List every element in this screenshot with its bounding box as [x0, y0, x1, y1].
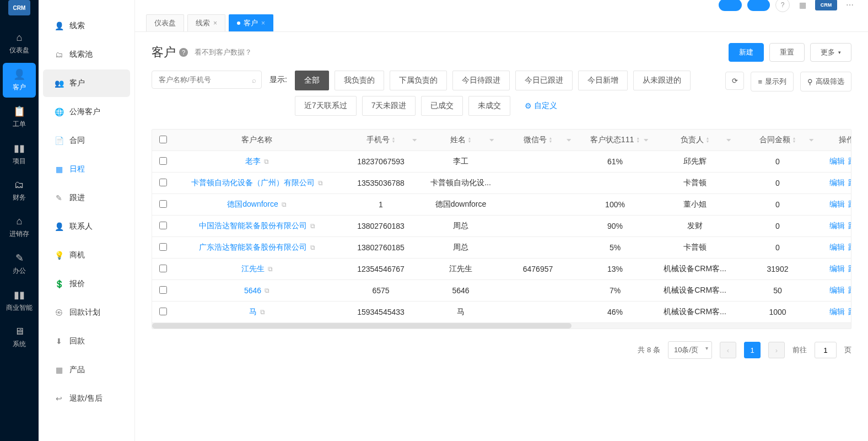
sub-nav-opportunity[interactable]: 💡商机: [43, 241, 130, 269]
copy-icon[interactable]: ⧉: [310, 244, 315, 251]
follow-link[interactable]: 跟进: [848, 221, 851, 230]
sub-nav-pool[interactable]: 🗂线索池: [43, 41, 130, 68]
col-header-3[interactable]: 姓名▲▼⏷: [422, 130, 499, 151]
filter-icon[interactable]: ⏷: [412, 137, 418, 143]
more-button[interactable]: 更多▾: [810, 43, 851, 62]
reset-button[interactable]: 重置: [769, 43, 805, 62]
sub-nav-product[interactable]: ▦产品: [43, 356, 130, 384]
filter-chip-0[interactable]: 全部: [295, 71, 329, 90]
filter-chip-2[interactable]: 下属负责的: [390, 71, 447, 90]
filter-chip-3[interactable]: 今日待跟进: [452, 71, 510, 90]
filter-icon[interactable]: ⏷: [489, 137, 495, 143]
page-subtitle-link[interactable]: 看不到客户数据？: [195, 47, 252, 57]
follow-link[interactable]: 跟进: [848, 243, 851, 251]
close-icon[interactable]: ×: [261, 19, 265, 27]
follow-link[interactable]: 跟进: [848, 200, 851, 208]
sub-nav-calendar[interactable]: ▦日程: [43, 155, 130, 183]
main-nav-1[interactable]: 👤客户: [3, 63, 36, 98]
main-nav-5[interactable]: ⌂进销存: [3, 210, 36, 244]
sub-nav-lead[interactable]: 👤线索: [43, 12, 130, 40]
row-checkbox[interactable]: [159, 308, 167, 315]
col-header-2[interactable]: 手机号▲▼⏷: [339, 130, 422, 151]
sub-nav-refund[interactable]: ↩退款/售后: [43, 385, 130, 412]
sort-icon[interactable]: ▲▼: [468, 137, 472, 143]
row-checkbox[interactable]: [159, 157, 167, 165]
sub-nav-contract[interactable]: 📄合同: [43, 127, 130, 154]
follow-link[interactable]: 跟进: [848, 178, 851, 187]
col-header-0[interactable]: [152, 130, 174, 151]
edit-link[interactable]: 编辑: [829, 200, 845, 208]
copy-icon[interactable]: ⧉: [265, 287, 269, 294]
copy-icon[interactable]: ⧉: [310, 222, 315, 230]
customer-name-cell[interactable]: 5646 ⧉: [174, 280, 339, 302]
next-page-button[interactable]: ›: [768, 342, 785, 358]
customer-name-cell[interactable]: 卡普顿自动化设备（广州）有限公司 ⧉: [174, 173, 339, 194]
main-nav-8[interactable]: 🖥系统: [3, 320, 36, 354]
main-nav-7[interactable]: ▮▮商业智能: [3, 283, 36, 318]
horizontal-scrollbar[interactable]: [152, 323, 851, 329]
sub-nav-payplan[interactable]: ㉿回款计划: [43, 299, 130, 326]
main-nav-3[interactable]: ▮▮项目: [3, 137, 36, 171]
show-columns-button[interactable]: ≡ 显示列: [751, 72, 794, 92]
copy-icon[interactable]: ⧉: [268, 265, 273, 273]
filter-icon[interactable]: ⏷: [643, 137, 649, 143]
sort-icon[interactable]: ▲▼: [706, 137, 710, 143]
row-checkbox[interactable]: [159, 243, 167, 251]
copy-icon[interactable]: ⧉: [260, 308, 265, 316]
sort-icon[interactable]: ▲▼: [792, 137, 796, 143]
sub-nav-payment[interactable]: ⬇回款: [43, 327, 130, 355]
row-checkbox[interactable]: [159, 286, 167, 294]
goto-page-input[interactable]: [815, 342, 837, 358]
follow-link[interactable]: 跟进: [848, 307, 851, 316]
copy-icon[interactable]: ⧉: [264, 158, 269, 165]
copy-icon[interactable]: ⧉: [318, 179, 323, 187]
tab-2[interactable]: 客户×: [229, 14, 273, 31]
filter-chip-10[interactable]: 未成交: [468, 96, 510, 116]
advanced-filter-button[interactable]: ⚲ 高级筛选: [800, 72, 851, 92]
edit-link[interactable]: 编辑: [829, 157, 845, 165]
sort-icon[interactable]: ▲▼: [549, 137, 553, 143]
filter-chip-4[interactable]: 今日已跟进: [515, 71, 573, 90]
sub-nav-public[interactable]: 🌐公海客户: [43, 98, 130, 126]
follow-link[interactable]: 跟进: [848, 286, 851, 294]
customer-name-cell[interactable]: 江先生 ⧉: [174, 259, 339, 280]
sub-nav-contact[interactable]: 👤联系人: [43, 213, 130, 240]
filter-chip-5[interactable]: 今日新增: [578, 71, 628, 90]
tab-0[interactable]: 仪表盘: [146, 14, 184, 31]
edit-link[interactable]: 编辑: [829, 286, 845, 294]
copy-icon[interactable]: ⧉: [282, 201, 287, 208]
customer-name-cell[interactable]: 马 ⧉: [174, 302, 339, 323]
page-number-1[interactable]: 1: [744, 342, 761, 358]
edit-link[interactable]: 编辑: [829, 264, 845, 273]
customer-name-cell[interactable]: 德国downforce ⧉: [174, 194, 339, 216]
col-header-5[interactable]: 客户状态111▲▼⏷: [576, 130, 654, 151]
edit-link[interactable]: 编辑: [829, 221, 845, 230]
page-size-select[interactable]: 10条/页: [668, 341, 712, 359]
filter-chip-6[interactable]: 从未跟进的: [633, 71, 691, 90]
edit-link[interactable]: 编辑: [829, 307, 845, 316]
select-all-checkbox[interactable]: [159, 136, 167, 143]
prev-page-button[interactable]: ‹: [720, 342, 736, 358]
sort-icon[interactable]: ▲▼: [636, 137, 640, 143]
search-input[interactable]: [152, 71, 262, 89]
col-header-1[interactable]: 客户名称: [174, 130, 339, 151]
filter-icon[interactable]: ⏷: [566, 137, 572, 143]
customer-name-cell[interactable]: 广东浩达智能装备股份有限公司 ⧉: [174, 237, 339, 259]
row-checkbox[interactable]: [159, 200, 167, 208]
follow-link[interactable]: 跟进: [848, 157, 851, 165]
refresh-button[interactable]: ⟳: [725, 72, 744, 90]
main-nav-4[interactable]: 🗂财务: [3, 174, 36, 208]
customer-name-cell[interactable]: 中国浩达智能装备股份有限公司 ⧉: [174, 216, 339, 237]
filter-chip-7[interactable]: 近7天联系过: [295, 96, 357, 116]
edit-link[interactable]: 编辑: [829, 178, 845, 187]
main-nav-6[interactable]: ✎办公: [3, 246, 36, 281]
sub-nav-quote[interactable]: 💲报价: [43, 270, 130, 298]
tab-1[interactable]: 线索×: [187, 14, 225, 31]
customer-name-cell[interactable]: 老李 ⧉: [174, 151, 339, 173]
filter-chip-9[interactable]: 已成交: [421, 96, 463, 116]
row-checkbox[interactable]: [159, 179, 167, 186]
row-checkbox[interactable]: [159, 222, 167, 229]
sub-nav-customer[interactable]: 👥客户: [43, 69, 130, 97]
filter-icon[interactable]: ⏷: [808, 137, 815, 143]
follow-link[interactable]: 跟进: [848, 264, 851, 273]
